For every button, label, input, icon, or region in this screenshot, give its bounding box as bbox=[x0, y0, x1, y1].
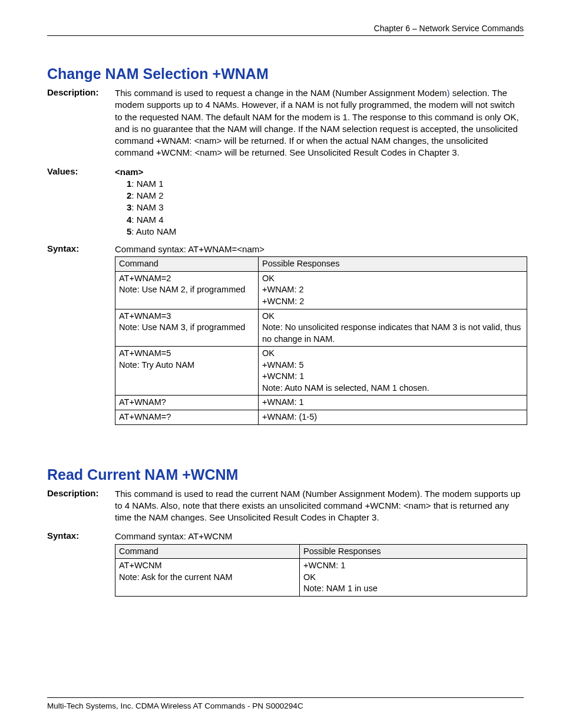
table-header-command-2: Command bbox=[115, 544, 300, 559]
cell-line: Note: Use NAM 3, if programmed bbox=[119, 322, 254, 334]
values-item: 5: Auto NAM bbox=[127, 226, 524, 238]
values-item-text: : Auto NAM bbox=[131, 226, 176, 236]
values-list: 1: NAM 12: NAM 23: NAM 34: NAM 45: Auto … bbox=[115, 178, 524, 238]
table-cell-command: AT+WNAM? bbox=[115, 396, 259, 410]
table-cell-command: AT+WNAM=3Note: Use NAM 3, if programmed bbox=[115, 309, 259, 347]
values-item-text: : NAM 2 bbox=[131, 190, 163, 200]
syntax-line-2: Command syntax: AT+WCNM bbox=[115, 531, 527, 542]
section-wnam: Change NAM Selection +WNAM Description: … bbox=[47, 65, 524, 425]
values-item: 4: NAM 4 bbox=[127, 214, 524, 226]
syntax-table-wnam: Command Possible Responses AT+WNAM=2Note… bbox=[115, 256, 527, 424]
cell-line: AT+WNAM=2 bbox=[119, 273, 254, 285]
table-header-command: Command bbox=[115, 257, 259, 272]
section-title-wnam: Change NAM Selection +WNAM bbox=[47, 65, 524, 83]
cell-line: OK bbox=[303, 572, 523, 584]
table-cell-response: +WNAM: (1-5) bbox=[259, 410, 527, 425]
page: Chapter 6 – Network Service Commands Cha… bbox=[0, 0, 562, 728]
table-cell-response: +WNAM: 1 bbox=[259, 396, 527, 410]
values-item: 2: NAM 2 bbox=[127, 190, 524, 202]
cell-line: Note: NAM 1 in use bbox=[303, 583, 523, 595]
description-text-b: selection. The modem supports up to 4 NA… bbox=[115, 88, 519, 157]
table-header-responses-2: Possible Responses bbox=[300, 544, 527, 559]
cell-line: AT+WCNM bbox=[119, 560, 296, 572]
values-content: <nam> 1: NAM 12: NAM 23: NAM 34: NAM 45:… bbox=[115, 166, 524, 238]
description-label: Description: bbox=[47, 87, 115, 159]
description-text-a: This command is used to request a change… bbox=[115, 88, 447, 98]
cell-line: +WCNM: 1 bbox=[262, 371, 523, 383]
table-header-responses: Possible Responses bbox=[259, 257, 527, 272]
cell-line: Note: Ask for the current NAM bbox=[119, 572, 296, 584]
cell-line: Note: Auto NAM is selected, NAM 1 chosen… bbox=[262, 383, 523, 394]
values-item: 1: NAM 1 bbox=[127, 178, 524, 190]
cell-line: AT+WNAM=? bbox=[119, 411, 254, 423]
cell-line: AT+WNAM=5 bbox=[119, 348, 254, 360]
cell-line: AT+WNAM? bbox=[119, 397, 254, 409]
syntax-content-2: Command syntax: AT+WCNM Command Possible… bbox=[115, 531, 527, 597]
cell-line: OK bbox=[262, 273, 523, 285]
cell-line: +WNAM: 2 bbox=[262, 284, 523, 296]
footer-text: Multi-Tech Systems, Inc. CDMA Wireless A… bbox=[47, 701, 303, 710]
table-cell-response: OK+WNAM: 2+WCNM: 2 bbox=[259, 271, 527, 309]
table-cell-command: AT+WNAM=5Note: Try Auto NAM bbox=[115, 347, 259, 396]
values-label: Values: bbox=[47, 166, 115, 238]
description-label-2: Description: bbox=[47, 488, 115, 524]
cell-line: +WNAM: 1 bbox=[262, 397, 523, 409]
values-item: 3: NAM 3 bbox=[127, 202, 524, 213]
footer: Multi-Tech Systems, Inc. CDMA Wireless A… bbox=[47, 697, 524, 710]
cell-line: OK bbox=[262, 311, 523, 322]
description-row-2: Description: This command is used to rea… bbox=[47, 488, 524, 524]
values-header: <nam> bbox=[115, 166, 524, 178]
values-label-text: Values: bbox=[47, 166, 78, 176]
table-cell-response: +WCNM: 1OKNote: NAM 1 in use bbox=[300, 559, 527, 597]
table-header-row-2: Command Possible Responses bbox=[115, 544, 527, 559]
description-content: This command is used to request a change… bbox=[115, 87, 524, 159]
table-row: AT+WNAM=2Note: Use NAM 2, if programmedO… bbox=[115, 271, 527, 309]
values-item-text: : NAM 1 bbox=[131, 179, 163, 189]
cell-line: +WNAM: 5 bbox=[262, 360, 523, 371]
values-row: Values: <nam> 1: NAM 12: NAM 23: NAM 34:… bbox=[47, 166, 524, 238]
table-cell-command: AT+WNAM=? bbox=[115, 410, 259, 425]
cell-line: OK bbox=[262, 348, 523, 360]
cell-line: AT+WNAM=3 bbox=[119, 311, 254, 322]
section-title-wcnm: Read Current NAM +WCNM bbox=[47, 466, 524, 483]
values-item-text: : NAM 4 bbox=[131, 215, 163, 225]
table-cell-response: OK+WNAM: 5+WCNM: 1Note: Auto NAM is sele… bbox=[259, 347, 527, 396]
section-wcnm: Read Current NAM +WCNM Description: This… bbox=[47, 466, 524, 597]
cell-line: +WCNM: 2 bbox=[262, 296, 523, 308]
syntax-label-2: Syntax: bbox=[47, 531, 115, 597]
syntax-row-2: Syntax: Command syntax: AT+WCNM Command … bbox=[47, 531, 524, 597]
syntax-line: Command syntax: AT+WNAM=<nam> bbox=[115, 243, 527, 255]
description-row: Description: This command is used to req… bbox=[47, 87, 524, 159]
cell-line: Note: Try Auto NAM bbox=[119, 360, 254, 371]
syntax-content: Command syntax: AT+WNAM=<nam> Command Po… bbox=[115, 243, 527, 425]
syntax-table-wcnm: Command Possible Responses AT+WCNMNote: … bbox=[115, 544, 527, 597]
table-row: AT+WNAM?+WNAM: 1 bbox=[115, 396, 527, 410]
cell-line: Note: Use NAM 2, if programmed bbox=[119, 284, 254, 296]
chapter-header: Chapter 6 – Network Service Commands bbox=[47, 24, 524, 36]
table-row: AT+WNAM=3Note: Use NAM 3, if programmedO… bbox=[115, 309, 527, 347]
cell-line: +WNAM: (1-5) bbox=[262, 411, 523, 423]
table-header-row: Command Possible Responses bbox=[115, 257, 527, 272]
table-cell-command: AT+WNAM=2Note: Use NAM 2, if programmed bbox=[115, 271, 259, 309]
cell-line: Note: No unsolicited response indicates … bbox=[262, 322, 523, 345]
table-row: AT+WNAM=?+WNAM: (1-5) bbox=[115, 410, 527, 425]
description-content-2: This command is used to read the current… bbox=[115, 488, 524, 524]
table-row: AT+WNAM=5Note: Try Auto NAMOK+WNAM: 5+WC… bbox=[115, 347, 527, 396]
table-cell-response: OKNote: No unsolicited response indicate… bbox=[259, 309, 527, 347]
cell-line: +WCNM: 1 bbox=[303, 560, 523, 572]
syntax-row: Syntax: Command syntax: AT+WNAM=<nam> Co… bbox=[47, 243, 524, 425]
table-row: AT+WCNMNote: Ask for the current NAM+WCN… bbox=[115, 559, 527, 597]
syntax-label: Syntax: bbox=[47, 243, 115, 425]
values-item-text: : NAM 3 bbox=[131, 202, 163, 212]
table-cell-command: AT+WCNMNote: Ask for the current NAM bbox=[115, 559, 300, 597]
